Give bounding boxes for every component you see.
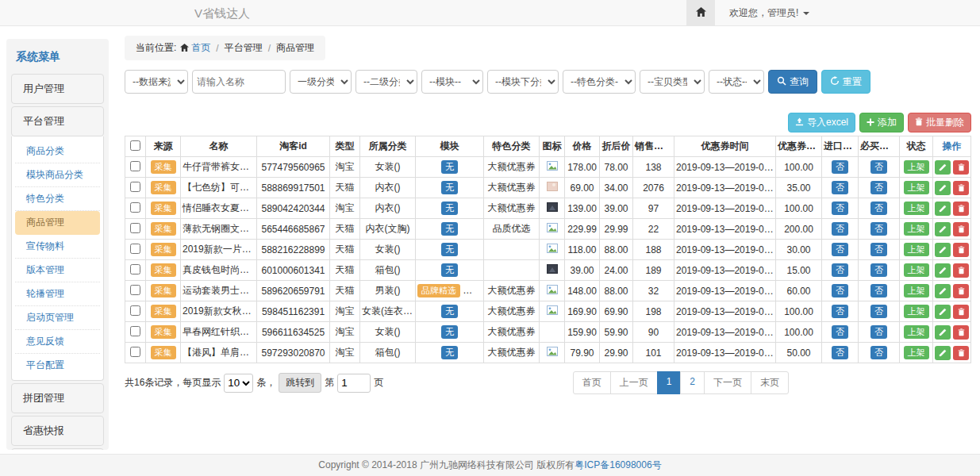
sidebar-item[interactable]: 版本管理 [15, 259, 100, 282]
delete-button[interactable] [953, 346, 969, 360]
delete-button[interactable] [953, 284, 969, 298]
edit-button[interactable] [935, 181, 951, 195]
delete-button[interactable] [953, 263, 969, 278]
search-button[interactable]: 查询 [768, 70, 817, 94]
jump-page-input[interactable] [337, 374, 371, 393]
page-button[interactable]: 2 [680, 371, 705, 394]
must-buy-badge[interactable]: 否 [870, 325, 887, 339]
sidebar-group[interactable]: 消息管理 [11, 448, 104, 450]
row-checkbox[interactable] [130, 202, 140, 213]
must-buy-badge[interactable]: 否 [870, 160, 887, 174]
user-menu[interactable]: 欢迎您，管理员! [715, 0, 809, 26]
edit-button[interactable] [935, 305, 951, 319]
sidebar-item[interactable]: 商品分类 [15, 140, 100, 163]
coupon-amount-cell: 30.00 [776, 240, 822, 260]
import-select-badge[interactable]: 否 [832, 202, 848, 215]
per-page-select[interactable]: 10 [224, 374, 253, 393]
edit-button[interactable] [935, 284, 951, 298]
must-buy-badge[interactable]: 否 [870, 222, 887, 236]
import-select-badge[interactable]: 否 [832, 284, 848, 298]
module-subcategory-select[interactable]: --模块下分类-- [487, 70, 559, 94]
row-checkbox[interactable] [130, 305, 140, 316]
delete-button[interactable] [953, 305, 969, 319]
import-select-badge[interactable]: 否 [832, 305, 848, 318]
level1-category-select[interactable]: 一级分类 [290, 70, 352, 94]
import-select-badge[interactable]: 否 [832, 160, 848, 174]
row-checkbox[interactable] [130, 161, 140, 171]
delete-button[interactable] [953, 243, 969, 257]
row-checkbox[interactable] [130, 326, 140, 336]
must-buy-badge[interactable]: 否 [870, 305, 887, 318]
add-button[interactable]: 添加 [859, 113, 904, 132]
sidebar-item[interactable]: 意见反馈 [15, 330, 100, 354]
import-select-badge[interactable]: 否 [832, 346, 848, 359]
item-type-select[interactable]: --宝贝类型-- [640, 70, 705, 94]
delete-button[interactable] [953, 181, 969, 195]
source-badge: 采集 [151, 160, 176, 174]
sidebar-group[interactable]: 用户管理 [11, 74, 104, 104]
page-button[interactable]: 1 [657, 371, 682, 394]
jump-button[interactable]: 跳转到 [279, 373, 321, 393]
breadcrumb-level2[interactable]: 商品管理 [276, 41, 314, 55]
must-buy-badge[interactable]: 否 [870, 181, 887, 194]
sidebar-item[interactable]: 启动页管理 [15, 306, 100, 330]
level2-category-select[interactable]: --二级分类-- [355, 70, 417, 94]
name-cell: 2019新款一片式系... [181, 240, 257, 260]
row-checkbox[interactable] [130, 285, 140, 295]
icp-link[interactable]: 粤ICP备16098006号 [575, 459, 661, 472]
import-select-badge[interactable]: 否 [832, 325, 848, 339]
edit-button[interactable] [935, 202, 951, 216]
must-buy-badge[interactable]: 否 [870, 263, 887, 277]
breadcrumb-home-link[interactable]: 首页 [180, 41, 210, 55]
edit-button[interactable] [935, 222, 951, 236]
page-button[interactable]: 末页 [751, 371, 789, 394]
delete-button[interactable] [953, 222, 969, 236]
sidebar-item[interactable]: 模块商品分类 [15, 163, 100, 187]
feature-category-select[interactable]: --特色分类-- [563, 70, 636, 94]
edit-button[interactable] [935, 346, 951, 360]
status-select[interactable]: --状态-- [709, 70, 764, 94]
must-buy-badge[interactable]: 否 [870, 243, 887, 256]
breadcrumb-level1[interactable]: 平台管理 [225, 41, 263, 55]
import-select-badge[interactable]: 否 [832, 263, 848, 277]
must-buy-badge[interactable]: 否 [870, 346, 887, 359]
edit-button[interactable] [935, 325, 951, 340]
sidebar-item[interactable]: 轮播管理 [15, 282, 100, 306]
import-select-cell: 否 [822, 157, 859, 178]
price-cell: 79.90 [565, 343, 600, 363]
batch-delete-button[interactable]: 批量删除 [908, 113, 971, 132]
edit-button[interactable] [935, 263, 951, 278]
page-button[interactable]: 首页 [573, 371, 611, 394]
delete-button[interactable] [953, 202, 969, 216]
import-select-badge[interactable]: 否 [832, 222, 848, 236]
module-select[interactable]: --模块-- [421, 70, 483, 94]
row-checkbox[interactable] [130, 223, 140, 233]
import-select-badge[interactable]: 否 [832, 181, 848, 194]
data-source-select[interactable]: --数据来源-- [125, 70, 188, 94]
reset-button[interactable]: 重置 [821, 70, 870, 94]
must-buy-badge[interactable]: 否 [870, 202, 887, 215]
must-buy-badge[interactable]: 否 [870, 284, 887, 298]
sidebar-item[interactable]: 商品管理 [15, 211, 100, 235]
name-search-input[interactable] [192, 70, 286, 94]
import-excel-button[interactable]: 导入excel [788, 113, 855, 132]
row-checkbox[interactable] [130, 264, 140, 274]
select-all-checkbox[interactable] [130, 140, 140, 151]
sidebar-item[interactable]: 平台配置 [15, 354, 100, 377]
page-button[interactable]: 上一页 [610, 371, 658, 394]
row-checkbox[interactable] [130, 347, 140, 357]
home-shortcut[interactable] [686, 0, 715, 26]
row-checkbox[interactable] [130, 182, 140, 192]
row-checkbox[interactable] [130, 244, 140, 254]
delete-button[interactable] [953, 160, 969, 175]
sidebar-group[interactable]: 平台管理 [11, 106, 104, 136]
page-button[interactable]: 下一页 [704, 371, 751, 394]
edit-button[interactable] [935, 160, 951, 175]
sidebar-item[interactable]: 宣传物料 [15, 235, 100, 259]
delete-button[interactable] [953, 325, 969, 340]
sidebar-group[interactable]: 拼团管理 [11, 383, 104, 413]
sidebar-item[interactable]: 特色分类 [15, 187, 100, 211]
sidebar-group[interactable]: 省惠快报 [11, 416, 104, 446]
import-select-badge[interactable]: 否 [832, 243, 848, 256]
edit-button[interactable] [935, 243, 951, 257]
